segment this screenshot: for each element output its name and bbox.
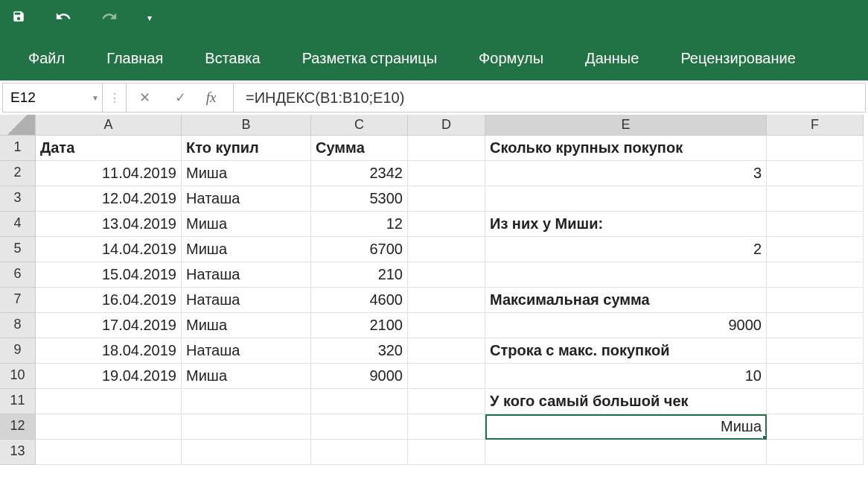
cell-a5[interactable]: 14.04.2019 — [36, 237, 182, 262]
row-header-5[interactable]: 5 — [0, 237, 36, 262]
col-header-a[interactable]: A — [36, 115, 182, 136]
cell-b11[interactable] — [182, 389, 311, 414]
row-header-12[interactable]: 12 — [0, 414, 36, 440]
cell-c10[interactable]: 9000 — [311, 364, 408, 389]
row-header-9[interactable]: 9 — [0, 338, 36, 364]
cell-c12[interactable] — [311, 414, 408, 440]
cell-c1[interactable]: Сумма — [311, 136, 408, 161]
row-header-8[interactable]: 8 — [0, 313, 36, 338]
row-header-7[interactable]: 7 — [0, 288, 36, 313]
cell-a7[interactable]: 16.04.2019 — [36, 288, 182, 313]
cell-c4[interactable]: 12 — [311, 212, 408, 237]
col-header-f[interactable]: F — [767, 115, 864, 136]
cell-e9[interactable]: Строка с макс. покупкой — [485, 338, 767, 364]
tab-insert[interactable]: Вставка — [184, 39, 281, 77]
cell-f1[interactable] — [767, 136, 864, 161]
name-box[interactable]: E12 ▼ — [3, 83, 103, 112]
cell-b1[interactable]: Кто купил — [182, 136, 311, 161]
cell-f11[interactable] — [767, 389, 864, 414]
formula-input[interactable]: =ИНДЕКС(B1:B10;E10) — [234, 86, 865, 110]
cell-f4[interactable] — [767, 212, 864, 237]
cell-e1[interactable]: Сколько крупных покупок — [485, 136, 767, 161]
save-icon[interactable] — [12, 10, 25, 27]
tab-page-layout[interactable]: Разметка страницы — [281, 39, 458, 77]
cell-a11[interactable] — [36, 389, 182, 414]
cell-d2[interactable] — [408, 161, 485, 186]
cell-d8[interactable] — [408, 313, 485, 338]
cell-b2[interactable]: Миша — [182, 161, 311, 186]
cell-e3[interactable] — [485, 186, 767, 212]
cell-c7[interactable]: 4600 — [311, 288, 408, 313]
tab-data[interactable]: Данные — [564, 39, 660, 77]
cell-a1[interactable]: Дата — [36, 136, 182, 161]
cell-d4[interactable] — [408, 212, 485, 237]
cell-f2[interactable] — [767, 161, 864, 186]
qat-dropdown-icon[interactable]: ▾ — [147, 13, 152, 23]
tab-home[interactable]: Главная — [86, 39, 184, 77]
cell-e13[interactable] — [485, 440, 767, 465]
cell-e5[interactable]: 2 — [485, 237, 767, 262]
col-header-e[interactable]: E — [485, 115, 767, 136]
cell-c3[interactable]: 5300 — [311, 186, 408, 212]
cell-d7[interactable] — [408, 288, 485, 313]
cell-a8[interactable]: 17.04.2019 — [36, 313, 182, 338]
cell-f7[interactable] — [767, 288, 864, 313]
cell-d11[interactable] — [408, 389, 485, 414]
cell-d6[interactable] — [408, 262, 485, 288]
cell-b13[interactable] — [182, 440, 311, 465]
col-header-b[interactable]: B — [182, 115, 311, 136]
cell-c13[interactable] — [311, 440, 408, 465]
cell-b12[interactable] — [182, 414, 311, 440]
cell-b9[interactable]: Наташа — [182, 338, 311, 364]
tab-file[interactable]: Файл — [7, 39, 86, 77]
cell-c6[interactable]: 210 — [311, 262, 408, 288]
cell-e12[interactable]: Миша — [485, 414, 767, 440]
cell-a10[interactable]: 19.04.2019 — [36, 364, 182, 389]
row-header-2[interactable]: 2 — [0, 161, 36, 186]
cell-b3[interactable]: Наташа — [182, 186, 311, 212]
cell-a9[interactable]: 18.04.2019 — [36, 338, 182, 364]
redo-icon[interactable] — [101, 8, 118, 28]
cell-f9[interactable] — [767, 338, 864, 364]
cell-f5[interactable] — [767, 237, 864, 262]
col-header-d[interactable]: D — [408, 115, 485, 136]
cell-b8[interactable]: Миша — [182, 313, 311, 338]
cell-a6[interactable]: 15.04.2019 — [36, 262, 182, 288]
tab-review[interactable]: Рецензирование — [660, 39, 816, 77]
row-header-1[interactable]: 1 — [0, 136, 36, 161]
cell-d1[interactable] — [408, 136, 485, 161]
cell-a3[interactable]: 12.04.2019 — [36, 186, 182, 212]
cell-e11[interactable]: У кого самый большой чек — [485, 389, 767, 414]
cell-f12[interactable] — [767, 414, 864, 440]
cell-f10[interactable] — [767, 364, 864, 389]
cell-f3[interactable] — [767, 186, 864, 212]
cell-b6[interactable]: Наташа — [182, 262, 311, 288]
chevron-down-icon[interactable]: ▼ — [92, 94, 99, 102]
cell-c2[interactable]: 2342 — [311, 161, 408, 186]
cell-d12[interactable] — [408, 414, 485, 440]
cell-b4[interactable]: Миша — [182, 212, 311, 237]
confirm-icon[interactable]: ✓ — [162, 83, 198, 112]
fx-icon[interactable]: fx — [198, 83, 234, 112]
cell-a4[interactable]: 13.04.2019 — [36, 212, 182, 237]
cell-e2[interactable]: 3 — [485, 161, 767, 186]
cell-b5[interactable]: Миша — [182, 237, 311, 262]
cell-d10[interactable] — [408, 364, 485, 389]
cell-c11[interactable] — [311, 389, 408, 414]
cancel-icon[interactable]: ✕ — [127, 83, 162, 112]
cell-b10[interactable]: Миша — [182, 364, 311, 389]
row-header-11[interactable]: 11 — [0, 389, 36, 414]
row-header-4[interactable]: 4 — [0, 212, 36, 237]
row-header-6[interactable]: 6 — [0, 262, 36, 288]
cell-e4[interactable]: Из них у Миши: — [485, 212, 767, 237]
cell-f13[interactable] — [767, 440, 864, 465]
select-all-corner[interactable] — [0, 115, 36, 136]
cell-c5[interactable]: 6700 — [311, 237, 408, 262]
cell-d13[interactable] — [408, 440, 485, 465]
formula-bar-resize-icon[interactable]: ⋮ — [103, 83, 127, 112]
cell-c9[interactable]: 320 — [311, 338, 408, 364]
cell-e6[interactable] — [485, 262, 767, 288]
cell-d9[interactable] — [408, 338, 485, 364]
cell-d5[interactable] — [408, 237, 485, 262]
cell-a2[interactable]: 11.04.2019 — [36, 161, 182, 186]
